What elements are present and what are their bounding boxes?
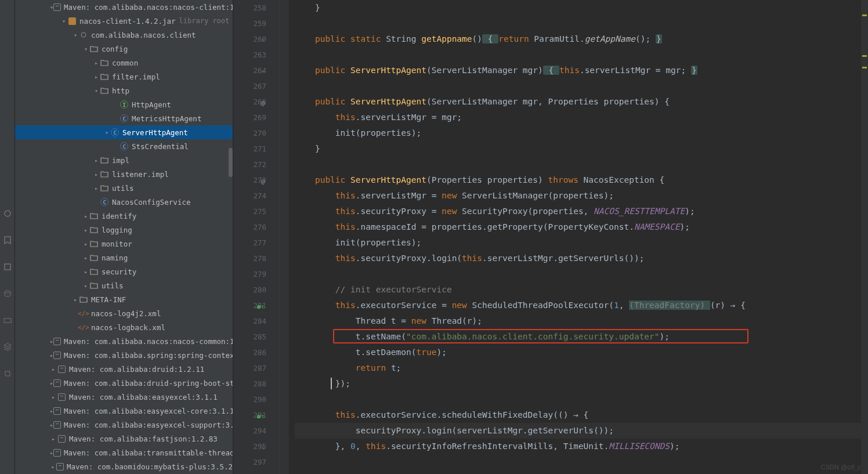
override-marker-icon[interactable]: @ [256, 95, 265, 103]
tree-label: logging [102, 226, 132, 234]
tree-row[interactable]: ▸logging [15, 223, 233, 237]
code-line: return t; [295, 360, 861, 376]
tree-row[interactable]: ▸Maven: com.alibaba:easyexcel-support:3.… [15, 418, 233, 432]
chevron-right-icon[interactable]: ▸ [50, 464, 56, 470]
tree-row[interactable]: ▸Maven: com.baomidou:mybatis-plus:3.5.2 [15, 459, 233, 473]
tree-label: Maven: com.alibaba:druid-spring-boot-sta… [64, 379, 233, 388]
tool-icon[interactable] [3, 236, 12, 245]
chevron-right-icon[interactable]: ▸ [50, 366, 57, 372]
tree-row[interactable]: ▸Maven: com.alibaba.nacos:nacos-common:1… [15, 334, 233, 348]
tree-row[interactable]: CNacosConfigService [15, 195, 233, 209]
chevron-down-icon[interactable]: ▾ [60, 18, 67, 24]
tree-row[interactable]: ▸Maven: com.alibaba:fastjson:1.2.83 [15, 432, 233, 446]
tool-icon[interactable] [3, 342, 12, 352]
tree-row[interactable]: ▸Maven: com.alibaba:transmittable-thread… [15, 446, 233, 459]
code-line: init(properties); [295, 125, 861, 141]
tree-row[interactable]: ▾config [15, 42, 233, 56]
tool-icon[interactable] [3, 369, 12, 378]
gutter-line: 279 [233, 266, 266, 282]
tree-row[interactable]: ▸Maven: com.alibaba.spring:spring-contex… [15, 348, 233, 362]
code-line: this.serverListMgr = mgr; [295, 110, 861, 125]
tree-row[interactable]: ▾nacos-client-1.4.2.jarlibrary root [15, 14, 233, 28]
chevron-right-icon[interactable]: ▸ [50, 394, 57, 400]
tree-row[interactable]: ▸Maven: com.alibaba:druid:1.2.11 [15, 362, 233, 376]
chevron-right-icon[interactable]: ▸ [93, 185, 100, 191]
code-line: t.setName("com.alibaba.nacos.client.conf… [295, 329, 861, 345]
code-line: }); [295, 376, 861, 392]
tree-row[interactable]: IHttpAgent [15, 97, 233, 111]
chevron-right-icon[interactable]: ▸ [82, 213, 89, 219]
tool-icon[interactable] [3, 209, 12, 218]
tree-label: Maven: com.alibaba:fastjson:1.2.83 [69, 435, 218, 443]
override-marker-icon[interactable]: @ [256, 173, 265, 182]
chevron-right-icon[interactable]: ▸ [93, 157, 100, 164]
library-icon [53, 3, 61, 11]
tree-row[interactable]: CMetricsHttpAgent [15, 111, 233, 125]
tree-row[interactable]: ▸naming [15, 251, 233, 265]
code-area[interactable]: } public static String getAppname() { re… [289, 0, 861, 474]
chevron-right-icon[interactable]: ▸ [82, 283, 89, 289]
class-icon: C [100, 198, 109, 206]
gutter-line: 278 [233, 251, 266, 266]
chevron-right-icon[interactable]: ▸ [82, 241, 89, 247]
chevron-down-icon[interactable]: ▾ [72, 32, 79, 38]
tree-row[interactable]: ▸impl [15, 153, 233, 167]
sidebar-scrollbar[interactable] [229, 148, 233, 177]
tree-label: StsCredential [132, 142, 189, 151]
tree-row[interactable]: </>nacos-logback.xml [15, 320, 233, 334]
tree-row[interactable]: ▸Maven: com.alibaba:easyexcel:3.1.1 [15, 390, 233, 404]
chevron-down-icon[interactable]: ▾ [93, 88, 100, 94]
class-icon: C [120, 114, 129, 122]
gutter-line: 264› [233, 63, 266, 78]
fold-arrow-icon[interactable]: › [256, 440, 265, 448]
xml-icon: </> [79, 324, 88, 331]
code-line [295, 157, 861, 172]
code-line: this.executorService = new ScheduledThre… [295, 298, 861, 313]
chevron-right-icon[interactable]: ▸ [82, 269, 89, 275]
vcs-marker-icon[interactable]: ●↑ [256, 299, 265, 307]
project-tree-sidebar[interactable]: ▾Maven: com.alibaba.nacos:nacos-client:1… [15, 0, 233, 474]
left-toolstrip [0, 0, 15, 474]
tree-row[interactable]: ▸identify [15, 209, 233, 223]
chevron-right-icon[interactable]: ▸ [50, 436, 57, 442]
fold-arrow-icon[interactable]: › [256, 64, 265, 72]
tree-row[interactable]: ▾Maven: com.alibaba.nacos:nacos-client:1… [15, 0, 233, 14]
tree-row[interactable]: ▸META-INF [15, 292, 233, 306]
tree-row[interactable]: ▸Maven: com.alibaba:easyexcel-core:3.1.1 [15, 404, 233, 418]
tree-row[interactable]: ▸listener.impl [15, 167, 233, 181]
gutter-line: 267 [233, 78, 266, 94]
chevron-right-icon[interactable]: ▸ [82, 255, 89, 261]
chevron-right-icon[interactable]: ▸ [93, 60, 100, 66]
chevron-down-icon[interactable]: ▾ [103, 129, 110, 136]
tree-row[interactable]: ▸utils [15, 181, 233, 195]
tree-row[interactable]: ▸monitor [15, 237, 233, 251]
chevron-right-icon[interactable]: ▸ [93, 171, 100, 178]
library-icon [56, 463, 64, 471]
tree-row[interactable]: ▾http [15, 84, 233, 97]
folder-icon [100, 157, 109, 164]
tree-row[interactable]: </>nacos-log4j2.xml [15, 306, 233, 320]
library-icon [53, 338, 61, 345]
chevron-right-icon[interactable]: ▸ [82, 227, 89, 233]
code-line: this.securityProxy = new SecurityProxy(p… [295, 204, 861, 219]
tool-icon[interactable] [3, 262, 12, 272]
tool-icon[interactable] [3, 289, 12, 298]
chevron-right-icon[interactable]: ▸ [72, 296, 79, 303]
tree-row[interactable]: ▸filter.impl [15, 70, 233, 84]
vcs-marker-icon[interactable]: ●↑ [256, 408, 265, 417]
tree-row[interactable]: ▸security [15, 265, 233, 278]
tree-row[interactable]: ▾CServerHttpAgent [15, 125, 233, 139]
tree-row[interactable]: ▸Maven: com.alibaba:druid-spring-boot-st… [15, 376, 233, 390]
gutter-line: 280 [233, 282, 266, 298]
tree-row[interactable]: CStsCredential [15, 139, 233, 153]
chevron-down-icon[interactable]: ▾ [82, 46, 89, 52]
tree-row[interactable]: ▸utils [15, 278, 233, 292]
chevron-right-icon[interactable]: ▸ [93, 74, 100, 80]
error-stripe [861, 0, 868, 474]
gutter-line: 260› [233, 31, 266, 47]
tool-icon[interactable] [3, 316, 12, 325]
fold-arrow-icon[interactable]: › [256, 32, 265, 41]
tree-row[interactable]: ▾com.alibaba.nacos.client [15, 28, 233, 42]
gutter-line: 273@ [233, 172, 266, 188]
tree-row[interactable]: ▸common [15, 56, 233, 70]
